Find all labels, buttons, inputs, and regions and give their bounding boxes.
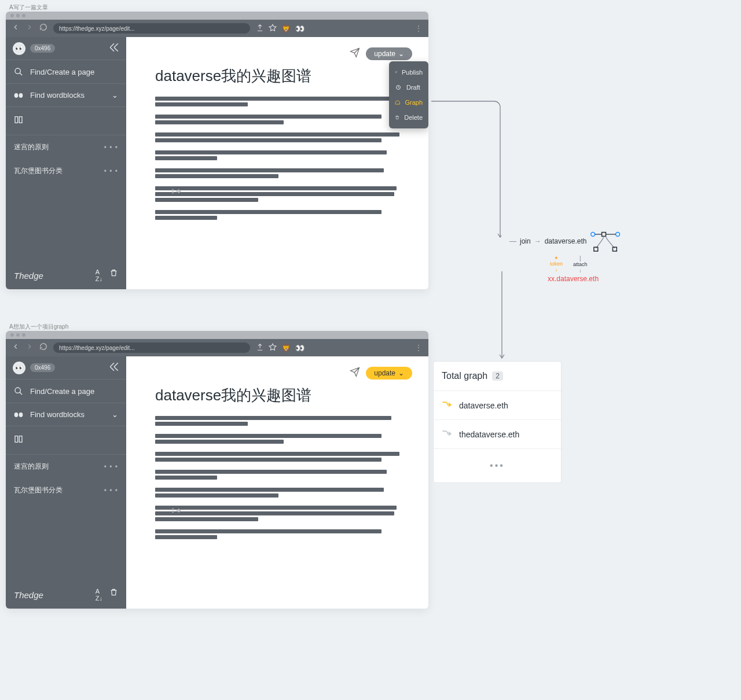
- url-bar: https://thedge.xyz/page/edit... 🦁 👀 ⋮: [6, 20, 428, 37]
- avatar[interactable]: 👀: [13, 42, 25, 55]
- sort-icon[interactable]: AZ↓: [96, 268, 102, 282]
- graph-item-0[interactable]: dataverse.eth: [434, 391, 561, 420]
- panel-count: 2: [492, 371, 503, 381]
- star-icon[interactable]: [269, 24, 277, 34]
- item-menu-icon[interactable]: • • •: [104, 463, 118, 471]
- svg-rect-5: [602, 233, 606, 237]
- svg-point-11: [15, 388, 20, 393]
- sidebar-item-0[interactable]: 迷宫的原则 • • •: [6, 455, 126, 478]
- back-icon[interactable]: [12, 342, 20, 353]
- join-arrow-icon: [442, 400, 452, 410]
- collapse-sidebar-icon[interactable]: [109, 42, 119, 55]
- page-title: dataverse我的兴趣图谱: [155, 66, 412, 86]
- menu-delete-label: Delete: [404, 114, 423, 121]
- svg-point-0: [15, 68, 20, 73]
- caption-1: A写了一篇文章: [9, 3, 48, 12]
- library-icon[interactable]: [6, 426, 126, 455]
- join-label: join: [520, 237, 531, 245]
- find-create-page[interactable]: Find/Create a page: [6, 60, 126, 83]
- node-graph-icon: [590, 229, 625, 254]
- reload-icon[interactable]: [39, 23, 47, 34]
- update-button[interactable]: update ⌄: [366, 367, 412, 380]
- forward-icon[interactable]: [25, 342, 34, 353]
- share-icon[interactable]: [256, 343, 264, 353]
- sidebar-item-1[interactable]: 瓦尔堡图书分类 • • •: [6, 478, 126, 502]
- trash-icon[interactable]: [109, 268, 118, 282]
- wallet-badge[interactable]: 0x496: [30, 44, 55, 53]
- find-create-label: Find/Create a page: [30, 387, 94, 396]
- graph-item-label: thedataverse.eth: [459, 430, 519, 439]
- wallet-badge[interactable]: 0x496: [30, 363, 55, 372]
- sidebar-item-0[interactable]: 迷宫的原则 • • •: [6, 135, 126, 159]
- trash-icon[interactable]: [109, 588, 118, 602]
- traffic-lights[interactable]: [10, 333, 25, 337]
- item-menu-icon[interactable]: • • •: [104, 487, 118, 495]
- caption-2: A想加入一个项目graph: [9, 323, 68, 331]
- url-field[interactable]: https://thedge.xyz/page/edit...: [53, 23, 250, 34]
- overflow-icon[interactable]: ⋮: [414, 343, 423, 352]
- eyes-emoji: 👀: [295, 24, 305, 33]
- browser-window-2: https://thedge.xyz/page/edit... 🦁 👀 ⋮ 👀 …: [6, 331, 428, 609]
- menu-draft[interactable]: Draft: [389, 80, 428, 95]
- svg-point-13: [19, 412, 23, 417]
- sidebar-item-1[interactable]: 瓦尔堡图书分类 • • •: [6, 159, 126, 183]
- sort-icon[interactable]: AZ↓: [96, 588, 102, 602]
- flow-arrow-2: [493, 271, 511, 362]
- node-label: dataverse.eth: [545, 237, 587, 245]
- tab-bar: [6, 12, 428, 20]
- find-create-page[interactable]: Find/Create a page: [6, 380, 126, 403]
- back-icon[interactable]: [12, 23, 20, 34]
- chevron-down-icon: ⌄: [112, 410, 118, 419]
- brand-label: Thedge: [14, 590, 43, 600]
- graph-item-label: dataverse.eth: [459, 401, 508, 410]
- forward-icon[interactable]: [25, 23, 34, 34]
- send-icon[interactable]: [350, 47, 360, 60]
- share-icon[interactable]: [256, 24, 264, 34]
- join-arrow-icon: [442, 429, 452, 439]
- traffic-lights[interactable]: [10, 14, 25, 17]
- menu-graph-label: Graph: [405, 99, 423, 106]
- profile-emoji[interactable]: 🦁: [281, 24, 291, 33]
- svg-point-1: [14, 93, 19, 98]
- token-label: ✦: [550, 255, 563, 261]
- profile-emoji[interactable]: 🦁: [281, 344, 291, 352]
- menu-publish[interactable]: Publish: [389, 65, 428, 80]
- subdomain-label: xx.dataverse.eth: [548, 275, 654, 283]
- url-field[interactable]: https://thedge.xyz/page/edit...: [53, 342, 250, 353]
- panel-more[interactable]: •••: [434, 449, 561, 482]
- insertion-marker-icon[interactable]: [171, 507, 182, 514]
- panel-title: Total graph: [442, 371, 487, 381]
- flow-arrow-1: [431, 101, 501, 243]
- reload-icon[interactable]: [39, 342, 47, 353]
- menu-delete[interactable]: Delete: [389, 110, 428, 125]
- sidebar: 👀 0x496 Find/Create a page Find wordbloc…: [6, 37, 126, 289]
- find-wordblocks[interactable]: Find wordblocks ⌄: [6, 403, 126, 426]
- update-button[interactable]: update ⌄: [366, 47, 412, 60]
- chevron-down-icon: ⌄: [398, 50, 404, 58]
- token-text: token: [550, 261, 563, 267]
- item-menu-icon[interactable]: • • •: [104, 143, 118, 152]
- library-icon[interactable]: [6, 107, 126, 135]
- collapse-sidebar-icon[interactable]: [109, 362, 119, 374]
- insertion-marker-icon[interactable]: [171, 187, 182, 194]
- avatar[interactable]: 👀: [13, 362, 25, 374]
- star-icon[interactable]: [269, 343, 277, 353]
- content-blocks: [155, 97, 412, 220]
- sidebar-item-label: 瓦尔堡图书分类: [14, 166, 63, 176]
- item-menu-icon[interactable]: • • •: [104, 167, 118, 175]
- menu-graph[interactable]: Graph: [389, 95, 428, 110]
- total-graph-panel: Total graph 2 dataverse.eth thedataverse…: [433, 361, 562, 483]
- overflow-icon[interactable]: ⋮: [414, 24, 423, 33]
- brand-label: Thedge: [14, 271, 43, 281]
- update-label: update: [374, 50, 395, 58]
- find-wordblocks[interactable]: Find wordblocks ⌄: [6, 83, 126, 107]
- chevron-down-icon: ⌄: [398, 369, 404, 377]
- menu-draft-label: Draft: [406, 84, 420, 91]
- editor-main: update ⌄ Publish Draft Graph: [126, 37, 428, 289]
- url-bar: https://thedge.xyz/page/edit... 🦁 👀 ⋮: [6, 339, 428, 356]
- graph-item-1[interactable]: thedataverse.eth: [434, 420, 561, 449]
- update-dropdown: Publish Draft Graph Delete: [389, 61, 428, 128]
- send-icon[interactable]: [350, 367, 360, 380]
- find-wordblocks-label: Find wordblocks: [30, 410, 85, 419]
- attach-label: attach: [573, 261, 588, 267]
